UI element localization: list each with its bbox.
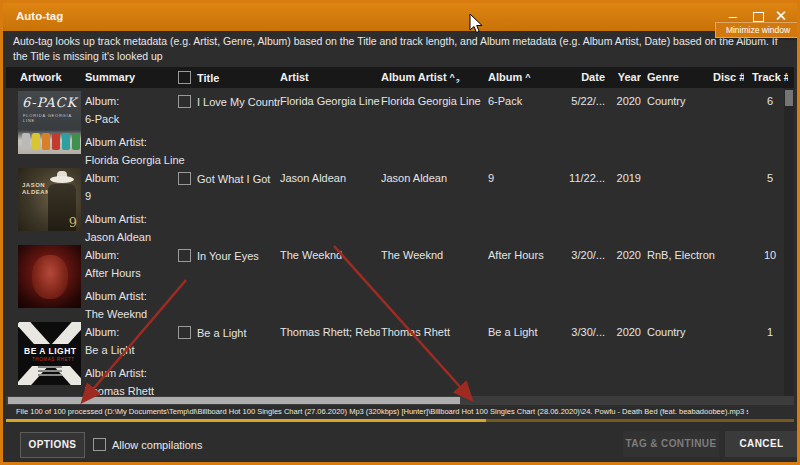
genre-cell: Country [647,326,715,338]
description-line-1: Auto-tag looks up track metadata (e.g. A… [13,34,789,64]
allow-compilations-field: Allow compilations [93,438,202,451]
track-title: Got What I Got [197,173,270,185]
title-cell: Got What I Got [178,172,280,185]
table-row[interactable]: Album: After Hours Album Artist: The Wee… [6,242,794,319]
column-header-album-artist[interactable]: Album Artist^2 [381,71,488,83]
table-row[interactable]: BE A LIGHT THOMAS RHETT Album: Be a Ligh… [6,319,794,396]
table-row[interactable]: 6-PACK FLORIDA GEORGIA LINE Album: 6-Pac… [6,88,794,165]
summary-album-label: Album: [85,326,179,338]
options-button[interactable]: OPTIONS [20,432,85,458]
face-graphic [32,255,68,299]
sort-ascending-icon: ^ [450,72,455,82]
date-cell: 3/30/... [547,326,605,338]
title-bar[interactable]: Auto-tag – ✕ [3,3,797,31]
summary-album-artist-label: Album Artist: [85,136,179,148]
album-art-title-text: 6-PACK [22,95,79,110]
track-title: I Love My Country [197,96,280,108]
summary-album-value: 6-Pack [85,113,179,125]
track-title: In Your Eyes [197,250,259,262]
track-checkbox[interactable] [178,249,191,262]
table-header: Artwork Summary Title Artist Album Artis… [6,67,794,88]
year-cell: 2019 [610,172,641,184]
track-number-cell: 10 [752,249,788,261]
track-title: Be a Light [197,327,247,339]
summary-album-label: Album: [85,95,179,107]
column-header-year[interactable]: Year [610,71,641,83]
year-cell: 2020 [610,326,641,338]
summary-album-label: Album: [85,249,179,261]
album-art-artist-text: THOMAS RHETT [32,357,75,362]
vertical-scrollbar-thumb[interactable] [785,90,793,106]
album-artist-cell: The Weeknd [381,249,488,261]
date-cell: 11/22... [547,172,605,184]
column-header-title[interactable]: Title [178,71,280,84]
column-header-genre[interactable]: Genre [647,71,715,83]
artist-cell: Florida Georgia Line [280,95,380,107]
genre-cell: Country [647,95,715,107]
album-art-title-text: BE A LIGHT [24,346,77,356]
allow-compilations-checkbox[interactable] [93,438,106,451]
footer-bar: OPTIONS Allow compilations TAG & CONTINU… [6,422,794,459]
column-header-title-label: Title [197,72,219,84]
summary-album-value: 9 [85,190,179,202]
album-art-9: JASONALDEAN 9 [18,168,81,231]
track-table: 6-PACK FLORIDA GEORGIA LINE Album: 6-Pac… [6,88,794,396]
horizontal-scrollbar[interactable] [6,396,794,405]
credits-lines-graphic [38,366,62,378]
auto-tag-dialog: Auto-tag – ✕ Minimize window Auto-tag lo… [0,0,800,465]
horizontal-scrollbar-thumb[interactable] [8,397,460,404]
maximize-icon [753,12,764,22]
summary-album-artist-label: Album Artist: [85,367,179,379]
allow-compilations-label: Allow compilations [112,439,202,451]
select-all-checkbox[interactable] [178,71,191,84]
genre-cell: RnB, Electronic [647,249,715,261]
tag-and-continue-button[interactable]: TAG & CONTINUE [623,431,719,457]
window-title: Auto-tag [16,10,63,22]
summary-album-artist-label: Album Artist: [85,290,179,302]
column-header-track[interactable]: Track # [752,71,788,83]
minimize-tooltip: Minimize window [715,22,800,38]
artist-cell: The Weeknd [280,249,380,261]
track-number-cell: 5 [752,172,788,184]
date-cell: 3/20/... [547,249,605,261]
sort-ascending-icon: ^ [525,72,530,82]
cancel-button[interactable]: CANCEL [725,431,798,457]
track-number-cell: 6 [752,95,788,107]
artist-cell: Thomas Rhett; Reba M... [280,326,380,338]
title-cell: I Love My Country [178,95,280,108]
album-art-artist-text: FLORIDA GEORGIA LINE [23,113,81,123]
album-art-be-a-light: BE A LIGHT THOMAS RHETT [18,322,81,385]
album-art-6-pack: 6-PACK FLORIDA GEORGIA LINE [18,91,81,154]
track-checkbox[interactable] [178,172,191,185]
track-checkbox[interactable] [178,95,191,108]
summary-album-artist-label: Album Artist: [85,213,179,225]
vertical-scrollbar[interactable] [784,88,794,396]
column-header-date[interactable]: Date [547,71,605,83]
title-cell: In Your Eyes [178,249,280,262]
summary-album-label: Album: [85,172,179,184]
album-artist-cell: Jason Aldean [381,172,488,184]
column-header-artwork[interactable]: Artwork [20,71,84,83]
album-artist-cell: Thomas Rhett [381,326,488,338]
beer-cans-graphic [22,133,80,150]
summary-album-value: After Hours [85,267,179,279]
track-checkbox[interactable] [178,326,191,339]
album-artist-cell: Florida Georgia Line [381,95,488,107]
artist-cell: Jason Aldean [280,172,380,184]
column-header-disc[interactable]: Disc # [713,71,744,83]
status-bar-text: File 100 of 100 processed (D:\My Documen… [16,407,748,419]
year-cell: 2020 [610,95,641,107]
summary-album-value: Be a Light [85,344,179,356]
column-header-summary[interactable]: Summary [85,71,179,83]
album-art-after-hours [18,245,81,308]
table-row[interactable]: JASONALDEAN 9 Album: 9 Album Artist: Jas… [6,165,794,242]
album-art-title-text: 9 [69,215,77,230]
title-cell: Be a Light [178,326,280,339]
album-artist-label: Album Artist [381,71,447,83]
album-label: Album [488,71,522,83]
date-cell: 5/22/... [547,95,605,107]
year-cell: 2020 [610,249,641,261]
album-art-artist-text: JASONALDEAN [22,182,50,196]
track-number-cell: 1 [752,326,788,338]
column-header-artist[interactable]: Artist [280,71,380,83]
